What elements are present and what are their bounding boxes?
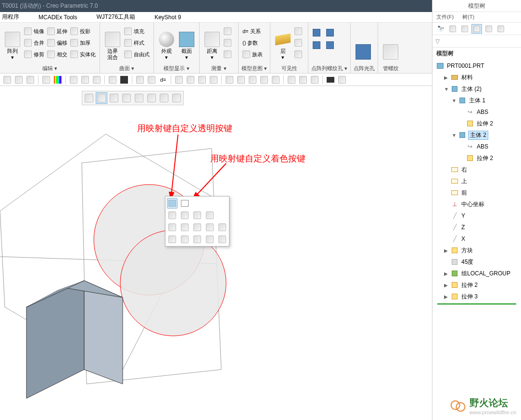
menu-item[interactable]: WJT276工具箱 <box>96 13 135 21</box>
tree-row[interactable]: 45度 <box>434 256 519 268</box>
ctx-btn[interactable] <box>204 222 215 233</box>
group-label[interactable]: 模型意图 ▾ <box>241 64 267 72</box>
tree-root[interactable]: PRT0001.PRT <box>434 60 519 72</box>
ctx-btn[interactable] <box>217 222 228 233</box>
group-label[interactable]: 点阵列螺纹孔 ▾ <box>311 64 347 72</box>
tree-row[interactable]: ▼主体 1 <box>434 95 519 106</box>
ctx-btn[interactable] <box>204 210 215 221</box>
ctx-btn[interactable] <box>217 234 228 245</box>
tree-row[interactable]: ↪ABS <box>434 106 519 118</box>
ft-btn-3[interactable] <box>108 92 120 104</box>
qt-icon[interactable] <box>298 75 308 85</box>
ft-btn-2[interactable] <box>96 92 107 104</box>
qt-icon[interactable] <box>247 75 258 85</box>
group-label[interactable]: 可见性 <box>273 64 305 72</box>
ctx-btn[interactable] <box>179 234 190 245</box>
qt-icon[interactable] <box>68 75 79 85</box>
qt-icon[interactable] <box>119 75 129 85</box>
ft-btn-4[interactable] <box>121 92 132 104</box>
mirror-button[interactable]: 镜像 <box>23 26 45 37</box>
vis-icon-2[interactable] <box>293 37 305 48</box>
family-table-button[interactable]: 族表 <box>241 49 264 60</box>
group-label[interactable]: 编辑 ▾ <box>3 64 97 72</box>
merge-button[interactable]: 合并 <box>23 37 45 48</box>
qt-icon[interactable] <box>25 75 36 85</box>
tree-row[interactable]: ▼主体 (2) <box>434 83 519 95</box>
graphics-area[interactable] <box>0 86 432 420</box>
fill-button[interactable]: 填充 <box>123 26 151 37</box>
expand-arrow[interactable]: ▶ <box>444 248 449 253</box>
ctx-transparent-button[interactable] <box>167 198 178 209</box>
thread-icon-4[interactable] <box>325 40 335 50</box>
tree-row[interactable]: ╱Z <box>434 222 519 233</box>
rp-icon[interactable] <box>447 24 458 34</box>
qt-icon[interactable] <box>185 75 196 85</box>
expand-arrow[interactable]: ▶ <box>444 283 449 288</box>
vis-icon-3[interactable] <box>293 49 305 60</box>
rp-icon[interactable] <box>483 24 494 34</box>
qt-icon[interactable] <box>224 75 235 85</box>
qt-icon[interactable] <box>52 75 63 85</box>
tree-row[interactable]: ▶方块 <box>434 245 519 256</box>
ctx-btn[interactable] <box>192 234 203 245</box>
freeform-button[interactable]: 自由式 <box>123 49 151 60</box>
qt-icon[interactable] <box>270 75 281 85</box>
ctx-btn[interactable] <box>179 222 190 233</box>
qt-icon[interactable] <box>174 75 184 85</box>
tree-row[interactable]: ⊥中心坐标 <box>434 198 519 210</box>
qt-icon[interactable] <box>107 75 118 85</box>
qt-icon[interactable] <box>13 75 24 85</box>
qt-d-label[interactable]: d= <box>158 75 168 85</box>
measure-icon-2[interactable] <box>223 37 235 48</box>
expand-arrow[interactable]: ▶ <box>444 75 449 80</box>
tree-row[interactable]: 右 <box>434 164 519 175</box>
parameters-button[interactable]: () 参数 <box>241 37 264 48</box>
ctx-btn[interactable] <box>167 222 178 233</box>
measure-icon-3[interactable] <box>223 49 235 60</box>
qt-icon[interactable] <box>197 75 207 85</box>
qt-icon[interactable] <box>259 75 269 85</box>
project-button[interactable]: 投影 <box>69 26 97 37</box>
ctx-btn[interactable] <box>167 210 178 221</box>
style-button[interactable]: 样式 <box>123 37 151 48</box>
group-label[interactable]: 曲面 ▾ <box>103 64 151 72</box>
qt-icon[interactable] <box>146 75 157 85</box>
qt-icon[interactable] <box>135 75 145 85</box>
menu-item[interactable]: KeyShot 9 <box>154 14 181 21</box>
rp-icon-active[interactable] <box>471 24 482 34</box>
light-hole-button[interactable] <box>354 24 373 62</box>
ft-btn-6[interactable] <box>146 92 157 104</box>
ctx-btn[interactable] <box>179 210 190 221</box>
rp-icon[interactable]: 🔭 <box>435 24 446 34</box>
qt-icon[interactable] <box>80 75 90 85</box>
ft-btn-7[interactable] <box>158 92 170 104</box>
qt-icon[interactable] <box>41 75 51 85</box>
group-label[interactable]: 模型显示 ▾ <box>157 64 196 72</box>
tree-row[interactable]: 上 <box>434 175 519 187</box>
qt-icon[interactable] <box>236 75 246 85</box>
ctx-btn[interactable] <box>204 234 215 245</box>
tab-tree[interactable]: 树(T) <box>462 13 474 21</box>
qt-icon[interactable] <box>337 75 347 85</box>
expand-arrow[interactable]: ▶ <box>444 271 449 276</box>
measure-icon-1[interactable] <box>223 26 235 37</box>
solidify-button[interactable]: 实体化 <box>69 49 97 60</box>
tree-row[interactable]: ▶材料 <box>434 72 519 83</box>
ctx-shaded-button[interactable] <box>179 198 190 209</box>
distance-button[interactable]: 距离 ▾ <box>203 24 222 62</box>
ft-btn-5[interactable] <box>133 92 145 104</box>
thread-icon-3[interactable] <box>311 40 322 50</box>
ft-btn-1[interactable] <box>83 92 95 104</box>
tree-row[interactable]: ▶组LOCAL_GROUP <box>434 268 519 279</box>
extend-button[interactable]: 延伸 <box>46 26 68 37</box>
intersect-button[interactable]: 相交 <box>46 49 68 60</box>
trim-button[interactable]: 修剪 <box>23 49 45 60</box>
tree-row[interactable]: 拉伸 2 <box>434 152 519 164</box>
ctx-btn[interactable] <box>192 210 203 221</box>
tree-row[interactable]: ↪ABS <box>434 141 519 152</box>
tree-row[interactable]: 前 <box>434 187 519 198</box>
thicken-button[interactable]: 加厚 <box>69 37 97 48</box>
tab-file[interactable]: 文件(F) <box>436 13 454 21</box>
expand-arrow[interactable]: ▶ <box>444 294 449 299</box>
appearance-button[interactable]: 外观 ▾ <box>157 24 176 62</box>
